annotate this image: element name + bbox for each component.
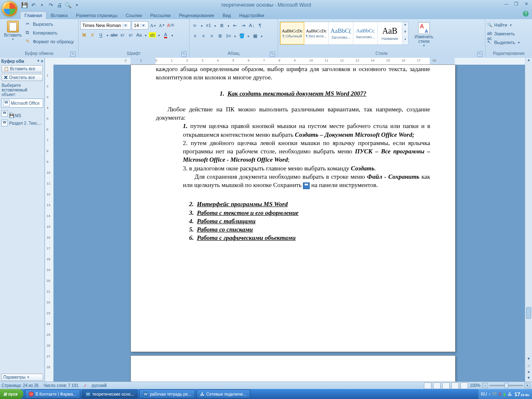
show-marks-button[interactable]: ¶ xyxy=(256,21,264,30)
shrink-font-button[interactable]: A▼ xyxy=(158,21,166,30)
tab-mailings[interactable]: Рассылки xyxy=(146,12,175,19)
increase-indent-button[interactable]: ⇥ xyxy=(239,21,247,30)
italic-button[interactable]: К xyxy=(89,31,96,39)
office-button[interactable] xyxy=(2,1,17,17)
bullets-button[interactable]: ≡∙ xyxy=(191,21,199,30)
vertical-ruler[interactable]: 1234567891011121314151617181920212223242… xyxy=(45,58,54,382)
font-name-combo[interactable]: Times New Roman▼ xyxy=(80,21,131,30)
status-words[interactable]: Число слов: 7 191 xyxy=(44,383,79,388)
numbering-button[interactable]: ≡1 xyxy=(204,21,212,30)
scroll-up-icon[interactable]: ▲ xyxy=(525,58,532,64)
tab-review[interactable]: Рецензирование xyxy=(175,12,219,19)
justify-button[interactable]: ≣ xyxy=(216,32,224,40)
taskbar-item-network[interactable]: 🖧Сетевые подключе... xyxy=(197,389,250,399)
clear-formatting-button[interactable]: A⌫ xyxy=(167,21,175,30)
vertical-scrollbar[interactable]: ▲ ▼ ○ ▲ ▼ xyxy=(525,58,532,382)
style-title[interactable]: АаВНазвание xyxy=(378,22,402,44)
styles-launcher[interactable]: ⤡ xyxy=(477,52,483,57)
tab-references[interactable]: Ссылки xyxy=(122,12,146,19)
superscript-button[interactable]: x2 xyxy=(127,31,135,39)
gallery-up-icon[interactable]: ▲ xyxy=(402,22,408,30)
clipboard-item-1[interactable]: Microsoft Office xyxy=(1,99,43,108)
borders-dropdown[interactable]: ▼ xyxy=(259,32,264,41)
borders-button[interactable]: ▦ xyxy=(251,32,259,40)
help-button[interactable]: ? xyxy=(523,11,529,17)
select-button[interactable]: Выделить▼ xyxy=(487,38,520,47)
style-heading1[interactable]: AaBbC(Заголово... xyxy=(329,22,353,44)
qat-undo-icon[interactable]: ↶ xyxy=(30,1,37,9)
case-dropdown[interactable]: ▼ xyxy=(143,31,148,40)
document-scroll[interactable]: каждого абзаца определенным образом, выб… xyxy=(53,64,525,382)
status-proofing-icon[interactable]: ✓ xyxy=(84,383,87,388)
qat-customize-icon[interactable]: ▼ xyxy=(73,1,81,9)
taskbar-item-opera[interactable]: OВ Контакте | Фарма... xyxy=(25,389,80,399)
shading-button[interactable]: 🪣 xyxy=(238,32,246,40)
tray-icon[interactable]: ▮ xyxy=(503,392,506,397)
view-web-layout[interactable] xyxy=(442,382,450,389)
chevron-down-icon[interactable]: ▼ xyxy=(123,24,128,27)
line-spacing-button[interactable]: ‡≡ xyxy=(224,32,232,40)
qat-save-icon[interactable]: 💾 xyxy=(21,1,28,9)
highlight-button[interactable]: ab xyxy=(148,31,156,39)
paste-button[interactable]: Вставить ▼ xyxy=(2,20,24,42)
taskbar-item-word2[interactable]: Wрабочая тетрадь ре... xyxy=(139,389,195,399)
font-launcher[interactable]: ⤡ xyxy=(181,52,187,57)
align-right-button[interactable]: ≡ xyxy=(208,32,216,40)
browse-object-icon[interactable]: ○ xyxy=(525,363,532,369)
shading-dropdown[interactable]: ▼ xyxy=(246,32,251,41)
view-full-screen[interactable] xyxy=(433,382,441,389)
paste-dropdown-icon[interactable]: ▼ xyxy=(12,38,15,41)
replace-button[interactable]: abacЗаменить xyxy=(487,30,520,38)
view-outline[interactable] xyxy=(451,382,459,389)
tab-insert[interactable]: Вставка xyxy=(47,12,72,19)
cut-button[interactable]: Вырезать xyxy=(26,20,74,28)
zoom-slider[interactable] xyxy=(490,385,523,386)
qat-preview-icon[interactable]: 🔍 xyxy=(64,1,72,9)
taskpane-close-icon[interactable]: × xyxy=(41,59,43,64)
document-page[interactable]: каждого абзаца определенным образом, выб… xyxy=(131,64,456,352)
bullets-dropdown[interactable]: ▼ xyxy=(200,21,204,30)
clipboard-launcher[interactable]: ⤡ xyxy=(70,52,76,57)
styles-gallery[interactable]: AaBbCcDc¶ Обычный AaBbCcDc¶ Без инте... … xyxy=(280,22,409,45)
style-normal[interactable]: AaBbCcDc¶ Обычный xyxy=(280,22,304,44)
zoom-in-button[interactable]: + xyxy=(525,383,530,388)
document-next-page[interactable] xyxy=(131,355,456,382)
align-left-button[interactable]: ≡ xyxy=(191,32,199,40)
tray-language[interactable]: RU xyxy=(481,392,487,397)
underline-dropdown[interactable]: ▼ xyxy=(105,31,110,40)
zoom-out-button[interactable]: − xyxy=(482,383,488,388)
taskbar-item-word1[interactable]: Wтеоретические осно... xyxy=(82,389,138,399)
find-button[interactable]: Найти▼ xyxy=(487,21,520,29)
multilevel-dropdown[interactable]: ▼ xyxy=(226,21,231,30)
next-page-icon[interactable]: ▼ xyxy=(525,376,532,382)
align-center-button[interactable]: ≡ xyxy=(200,32,207,40)
sort-button[interactable]: A↓ xyxy=(248,21,256,30)
taskpane-dropdown-icon[interactable]: ▼ xyxy=(37,59,40,64)
tray-icon[interactable]: ‹ xyxy=(489,392,490,397)
spacing-dropdown[interactable]: ▼ xyxy=(233,32,237,41)
tab-page-layout[interactable]: Разметка страницы xyxy=(72,12,122,19)
close-button[interactable]: ✕ xyxy=(523,1,530,7)
numbering-dropdown[interactable]: ▼ xyxy=(213,21,217,30)
style-no-spacing[interactable]: AaBbCcDc¶ Без инте... xyxy=(304,22,329,44)
subscript-button[interactable]: x2 xyxy=(118,31,126,39)
format-painter-button[interactable]: Формат по образцу xyxy=(26,37,74,46)
highlight-dropdown[interactable]: ▼ xyxy=(157,31,161,40)
start-button[interactable]: ⊞пуск xyxy=(0,389,23,399)
prev-page-icon[interactable]: ▲ xyxy=(525,369,532,376)
para-launcher[interactable]: ⤡ xyxy=(270,52,275,57)
font-color-button[interactable]: A xyxy=(162,31,170,39)
view-draft[interactable] xyxy=(461,382,468,389)
gallery-down-icon[interactable]: ▼ xyxy=(402,30,408,37)
tray-icon[interactable]: K xyxy=(499,392,502,397)
copy-button[interactable]: Копировать xyxy=(26,29,74,37)
view-print-layout[interactable] xyxy=(424,382,431,389)
style-heading2[interactable]: AaBbCcЗаголово... xyxy=(353,22,378,44)
tray-icon[interactable]: 🖧 xyxy=(508,392,512,397)
multilevel-button[interactable]: ≣ xyxy=(218,21,226,30)
tray-clock[interactable]: 1729Вс xyxy=(514,391,530,397)
chevron-down-icon[interactable]: ▼ xyxy=(140,24,146,27)
gallery-more-icon[interactable]: ▾ xyxy=(402,37,408,44)
clipboard-item-2[interactable]: ...💾МS xyxy=(0,108,44,119)
scroll-down-icon[interactable]: ▼ xyxy=(525,357,532,363)
